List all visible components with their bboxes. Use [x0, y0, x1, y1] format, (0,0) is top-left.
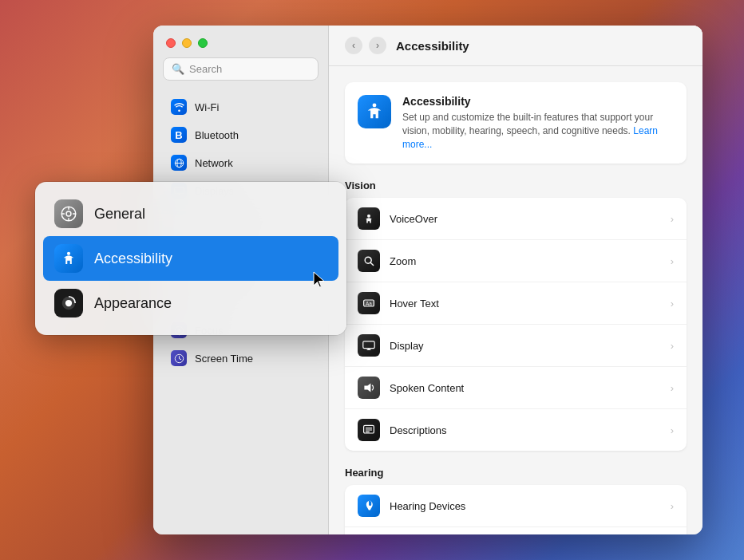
sidebar-item-screentime[interactable]: Screen Time — [158, 345, 323, 372]
hearing-settings-group: Hearing Devices › Audio › CC Captions › — [345, 485, 687, 534]
content-area: ‹ › Accessibility Accessibility — [329, 26, 702, 534]
popup-item-appearance-label: Appearance — [94, 295, 172, 312]
search-results-popup: General Accessibility Appearance — [35, 182, 346, 335]
display-row[interactable]: Display › — [345, 325, 687, 367]
minimize-button[interactable] — [182, 38, 192, 48]
zoom-chevron: › — [671, 255, 674, 267]
svg-rect-19 — [363, 341, 374, 349]
spoken-chevron: › — [671, 382, 674, 394]
hearingdev-label: Hearing Devices — [390, 500, 661, 512]
zoom-icon — [358, 250, 380, 272]
voiceover-label: VoiceOver — [390, 213, 661, 225]
svg-text:Aa: Aa — [366, 302, 372, 307]
svg-point-13 — [373, 103, 377, 107]
sidebar-item-wifi-label: Wi-Fi — [195, 101, 219, 113]
maximize-button[interactable] — [198, 38, 208, 48]
hearing-section-title: Hearing — [345, 467, 687, 479]
display-acc-chevron: › — [671, 340, 674, 352]
popup-item-appearance[interactable]: Appearance — [43, 281, 338, 325]
sidebar-item-screentime-label: Screen Time — [195, 353, 253, 365]
sidebar-item-bluetooth-label: Bluetooth — [195, 129, 239, 141]
bluetooth-icon: B — [171, 127, 187, 143]
accessibility-popup-icon — [54, 244, 83, 273]
sidebar-item-network-label: Network — [195, 157, 233, 169]
search-bar[interactable]: 🔍 Search — [163, 57, 319, 81]
descriptions-chevron: › — [671, 424, 674, 436]
hearingdev-chevron: › — [671, 500, 674, 512]
content-body: Accessibility Set up and customize the b… — [329, 66, 702, 534]
svg-marker-22 — [364, 384, 370, 392]
hovertext-label: Hover Text — [390, 298, 661, 310]
voiceover-icon — [358, 207, 380, 230]
svg-point-38 — [65, 300, 72, 306]
traffic-lights — [153, 26, 328, 57]
search-placeholder: Search — [189, 63, 222, 75]
hearingdevices-row[interactable]: Hearing Devices › — [345, 485, 687, 527]
spoken-label: Spoken Content — [390, 382, 661, 394]
forward-button[interactable]: › — [369, 37, 386, 54]
accessibility-header-card: Accessibility Set up and customize the b… — [345, 82, 687, 164]
accessibility-header-title: Accessibility — [402, 95, 674, 108]
accessibility-header-text: Accessibility Set up and customize the b… — [402, 95, 674, 151]
display-acc-icon — [358, 334, 380, 357]
svg-point-36 — [67, 252, 70, 255]
spoken-icon — [358, 377, 380, 399]
popup-item-general[interactable]: General — [43, 191, 338, 236]
back-icon: ‹ — [352, 40, 355, 51]
appearance-popup-icon — [54, 289, 83, 317]
accessibility-header-desc: Set up and customize the built-in featur… — [402, 111, 674, 151]
search-icon: 🔍 — [172, 63, 184, 75]
page-title: Accessibility — [396, 39, 469, 53]
audio-row[interactable]: Audio › — [345, 527, 687, 534]
close-button[interactable] — [166, 38, 176, 48]
vision-settings-group: VoiceOver › Zoom › Aa Hover Text › — [345, 198, 687, 451]
voiceover-chevron: › — [671, 213, 674, 225]
zoom-label: Zoom — [390, 255, 661, 267]
hovertext-row[interactable]: Aa Hover Text › — [345, 282, 687, 325]
descriptions-icon — [358, 419, 380, 441]
display-acc-label: Display — [390, 340, 661, 352]
svg-line-16 — [370, 263, 373, 266]
sidebar-item-wifi[interactable]: Wi-Fi — [158, 93, 323, 120]
svg-point-14 — [367, 215, 370, 218]
sidebar-item-network[interactable]: Network — [158, 149, 323, 176]
spoken-row[interactable]: Spoken Content › — [345, 367, 687, 409]
back-button[interactable]: ‹ — [345, 37, 362, 54]
descriptions-row[interactable]: Descriptions › — [345, 409, 687, 451]
hovertext-icon: Aa — [358, 292, 380, 314]
popup-item-general-label: General — [94, 206, 145, 223]
descriptions-label: Descriptions — [390, 424, 661, 436]
popup-item-accessibility[interactable]: Accessibility — [43, 236, 338, 281]
general-popup-icon — [54, 199, 83, 228]
content-header: ‹ › Accessibility — [329, 26, 702, 66]
hovertext-chevron: › — [671, 298, 674, 310]
svg-point-31 — [66, 211, 71, 216]
wifi-icon — [171, 99, 187, 115]
zoom-row[interactable]: Zoom › — [345, 240, 687, 282]
network-icon — [171, 155, 187, 171]
forward-icon: › — [376, 40, 379, 51]
vision-section-title: Vision — [345, 179, 687, 191]
popup-item-accessibility-label: Accessibility — [94, 250, 172, 267]
hearingdev-icon — [358, 495, 380, 517]
accessibility-large-icon — [358, 95, 391, 128]
voiceover-row[interactable]: VoiceOver › — [345, 198, 687, 240]
screentime-icon — [171, 350, 187, 366]
sidebar-item-bluetooth[interactable]: B Bluetooth — [158, 121, 323, 148]
